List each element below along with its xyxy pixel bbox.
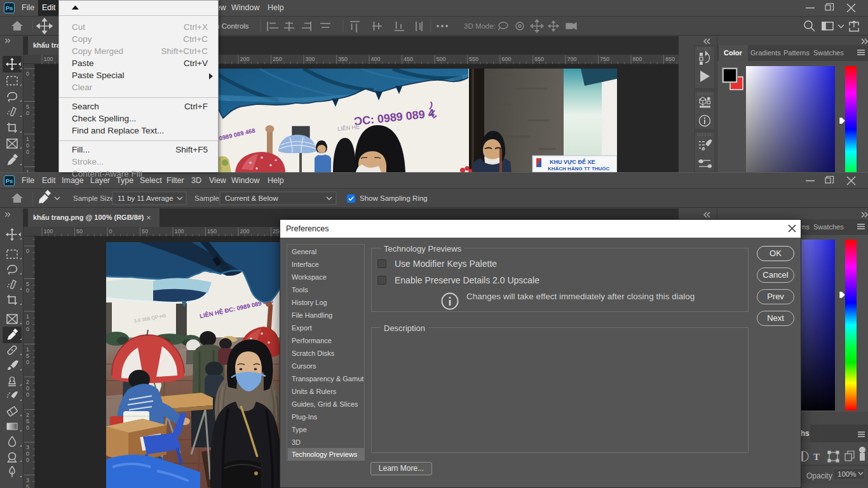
svg-text:300: 300 [306, 56, 315, 62]
svg-text:Sample Size:: Sample Size: [73, 194, 116, 202]
svg-text:Sample:: Sample: [194, 194, 221, 202]
svg-text:0: 0 [26, 320, 29, 326]
svg-text:850: 850 [665, 56, 675, 62]
svg-text:Gradients: Gradients [750, 49, 781, 57]
svg-text:Current & Below: Current & Below [225, 194, 278, 202]
svg-text:200: 200 [240, 228, 250, 234]
svg-text:5: 5 [26, 281, 29, 287]
svg-text:KHÁCH HÀNG TT THUỐC: KHÁCH HÀNG TT THUỐC [548, 165, 610, 172]
svg-text:100: 100 [44, 228, 53, 234]
svg-text:0: 0 [26, 457, 29, 463]
svg-text:0: 0 [26, 248, 29, 254]
svg-text:1: 1 [26, 313, 29, 320]
svg-text:50: 50 [142, 228, 148, 234]
svg-text:1: 1 [26, 346, 29, 353]
svg-text:200: 200 [240, 56, 250, 62]
svg-text:1: 1 [26, 136, 29, 142]
svg-text:Show Sampling Ring: Show Sampling Ring [360, 194, 428, 202]
svg-text:Color: Color [724, 49, 742, 57]
svg-text:0: 0 [26, 110, 29, 116]
svg-text:0: 0 [26, 142, 29, 149]
svg-text:550: 550 [469, 56, 478, 62]
svg-text:450: 450 [403, 56, 413, 62]
svg-text:Patterns: Patterns [783, 49, 810, 57]
svg-text:m Controls: m Controls [214, 22, 249, 30]
svg-text:5: 5 [26, 353, 29, 359]
svg-text:750: 750 [600, 56, 609, 62]
svg-text:0: 0 [26, 359, 29, 365]
svg-text:100%: 100% [837, 470, 856, 478]
svg-text:Swatches: Swatches [813, 49, 844, 57]
svg-text:0: 0 [26, 424, 29, 431]
svg-text:0: 0 [26, 451, 29, 457]
svg-text:3: 3 [26, 444, 29, 451]
svg-text:0: 0 [26, 391, 29, 398]
svg-text:0: 0 [26, 385, 29, 391]
svg-text:0: 0 [26, 287, 29, 294]
svg-text:150: 150 [207, 228, 217, 234]
svg-text:KHU VỰC ĐỂ XE: KHU VỰC ĐỂ XE [550, 158, 595, 165]
svg-text:650: 650 [534, 56, 544, 62]
svg-text:500: 500 [437, 56, 446, 62]
svg-text:600: 600 [502, 56, 512, 62]
svg-text:3: 3 [26, 477, 29, 484]
svg-text:0: 0 [26, 71, 29, 77]
svg-text:5: 5 [26, 484, 29, 488]
svg-text:T: T [813, 452, 820, 462]
svg-text:5: 5 [26, 418, 29, 424]
svg-text:2: 2 [26, 412, 29, 418]
svg-text:0: 0 [26, 149, 29, 155]
svg-text:3D Mode:: 3D Mode: [464, 22, 496, 30]
svg-text:400: 400 [371, 56, 381, 62]
svg-text:Swatches: Swatches [813, 223, 844, 231]
svg-text:2: 2 [26, 379, 29, 385]
svg-text:100: 100 [44, 56, 53, 62]
svg-text:0: 0 [109, 228, 112, 234]
svg-text:700: 700 [567, 56, 577, 62]
svg-text:350: 350 [338, 56, 348, 62]
svg-text:Opacity:: Opacity: [806, 471, 834, 480]
svg-text:5: 5 [26, 104, 29, 110]
svg-text:50: 50 [76, 228, 83, 234]
svg-text:800: 800 [633, 56, 642, 62]
svg-text:250: 250 [273, 56, 282, 62]
svg-text:0: 0 [26, 326, 29, 332]
svg-text:100: 100 [175, 228, 184, 234]
svg-text:11 by 11 Average: 11 by 11 Average [118, 194, 173, 202]
